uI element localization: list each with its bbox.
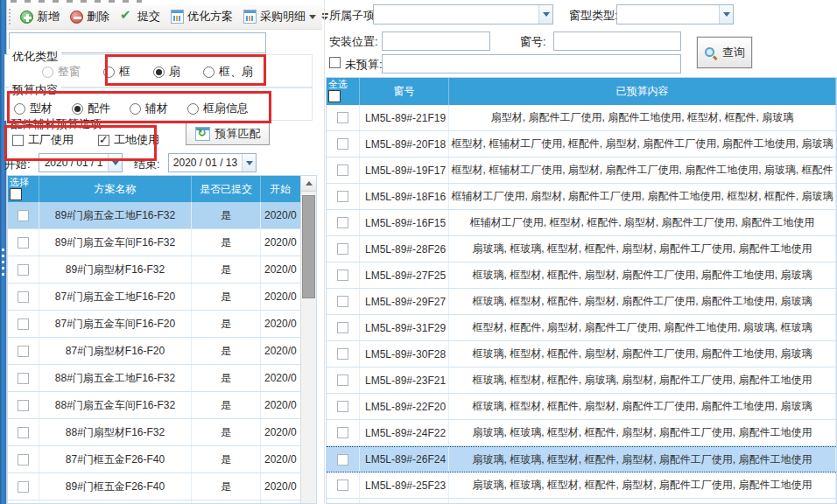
table-row[interactable]: LM5L-89#-29F27 框玻璃, 框型材, 框配件, 扇型材, 扇配件工厂…	[327, 289, 836, 315]
table-row[interactable]: 87#门扇型材F16-F20 是 2020/0	[8, 338, 316, 365]
start-date-picker[interactable]: 2020 / 01 / 1	[39, 153, 123, 172]
row-checkbox[interactable]	[337, 270, 348, 281]
table-row[interactable]: LM5L-89#-19F17 框型材, 框辅材工厂使用, 扇型材, 扇配件工厂使…	[327, 158, 836, 184]
row-checkbox[interactable]	[337, 348, 348, 360]
window-no-column-header[interactable]: 窗号	[360, 78, 449, 105]
row-checkbox[interactable]	[18, 454, 29, 466]
checkbox-option[interactable]: 工地使用	[98, 132, 159, 148]
select-all-checkbox[interactable]	[10, 188, 22, 200]
splitter-handle[interactable]	[2, 248, 4, 278]
radio-option[interactable]: 扇	[153, 64, 180, 80]
row-checkbox[interactable]	[337, 191, 348, 202]
toolbar-grip[interactable]	[9, 9, 11, 24]
radio-option[interactable]: 框扇信息	[187, 101, 249, 116]
toolbar-button[interactable]: 删除	[65, 7, 115, 26]
row-checkbox[interactable]	[18, 291, 29, 303]
row-checkbox[interactable]	[337, 401, 348, 412]
table-row[interactable]: LM5L-89#-27F25 框玻璃, 框型材, 框配件, 扇型材, 扇配件工厂…	[327, 262, 836, 289]
table-row[interactable]: LM5L-89#-23F21 框玻璃, 框型材, 框配件, 扇玻璃, 扇型材, …	[327, 368, 836, 394]
vertical-scrollbar[interactable]	[300, 176, 316, 503]
table-row[interactable]: 87#门框五金F26-F40 是 2020/0	[8, 446, 316, 473]
table-row[interactable]: LM5L-89#-24F22 扇玻璃, 框玻璃, 框型材, 框配件, 扇型材, …	[327, 420, 836, 446]
sub-item-dropdown-button[interactable]	[538, 5, 552, 24]
row-checkbox[interactable]	[18, 400, 29, 411]
table-row[interactable]: 87#门扇五金车间F16-F20 是 2020/0	[8, 311, 316, 338]
toolbar-button[interactable]: 提交	[115, 7, 165, 26]
budget-match-button[interactable]: 预算匹配	[186, 122, 270, 145]
row-checkbox[interactable]	[18, 237, 29, 248]
table-row[interactable]: 89#门扇型材F16-F32 是 2020/0	[8, 256, 316, 284]
table-row[interactable]: LM5L-89#-30F28 框玻璃, 框型材, 框配件, 扇型材, 扇配件工厂…	[327, 341, 836, 368]
row-checkbox[interactable]	[18, 264, 29, 276]
radio-option[interactable]: 辅材	[130, 101, 168, 116]
scrollbar-thumb[interactable]	[302, 195, 315, 298]
table-row[interactable]: LM5L-89#-20F18 框型材, 框辅材工厂使用, 框配件, 扇型材, 扇…	[327, 131, 836, 158]
toolbar-button[interactable]: 采购明细	[238, 7, 321, 26]
row-checkbox[interactable]	[18, 373, 29, 384]
table-row[interactable]: LM5L-89#-28F26 扇玻璃, 框玻璃, 框型材, 框配件, 扇型材, …	[327, 236, 836, 262]
submitted-column-header[interactable]: 是否已提交	[192, 176, 261, 202]
table-row-partial[interactable]	[327, 499, 836, 504]
table-row[interactable]: 88#门扇型材F16-F32 是 2020/0	[8, 419, 316, 446]
toolbar-button[interactable]: 优化方案	[165, 7, 238, 26]
radio-option[interactable]: 配件	[72, 101, 110, 116]
table-row[interactable]: LM5L-89#-16F15 框辅材工厂使用, 框型材, 框配件, 扇型材, 扇…	[327, 210, 836, 236]
row-checkbox[interactable]	[337, 217, 348, 228]
row-checkbox[interactable]	[337, 112, 348, 123]
row-checkbox[interactable]	[337, 322, 348, 333]
start-column-header[interactable]: 开始	[261, 176, 303, 202]
plan-name-column-header[interactable]: 方案名称	[39, 176, 192, 202]
table-row[interactable]: LM5L-89#-18F16 框辅材工厂使用, 扇型材, 扇配件工厂使用, 扇配…	[327, 184, 836, 210]
row-checkbox[interactable]	[337, 164, 348, 176]
start-date-cell: 2020/0	[261, 284, 303, 310]
table-row[interactable]: LM5L-89#-21F19 扇型材, 扇配件工厂使用, 扇配件工地使用, 框型…	[327, 105, 836, 131]
table-row[interactable]: 88#门框五金F21-F40 是 2020/0	[8, 500, 316, 504]
window-no-input[interactable]	[553, 32, 681, 51]
radio-option[interactable]: 框、扇	[203, 64, 253, 80]
table-row[interactable]: LM5L-89#-31F29 框型材, 框配件, 扇型材, 扇配件工厂使用, 扇…	[327, 315, 836, 341]
row-checkbox[interactable]	[337, 243, 348, 255]
row-checkbox[interactable]	[18, 481, 29, 493]
radio-label: 整窗	[58, 64, 81, 80]
budgeted-content-column-header[interactable]: 已预算内容	[449, 78, 836, 105]
table-row[interactable]: LM5L-89#-26F24 扇玻璃, 框玻璃, 框型材, 框配件, 扇型材, …	[327, 446, 836, 472]
window-type-dropdown-button[interactable]	[719, 5, 733, 24]
select-all-checkbox[interactable]	[328, 90, 341, 102]
table-row[interactable]: LM5L-89#-25F23 扇玻璃, 框玻璃, 框型材, 框配件, 扇型材, …	[327, 472, 836, 499]
row-checkbox[interactable]	[337, 138, 348, 150]
table-row[interactable]: LM5L-89#-22F20 框玻璃, 框型材, 框配件, 扇型材, 扇配件工厂…	[327, 394, 836, 420]
table-row[interactable]: 88#门扇五金车间F16-F32 是 2020/0	[8, 392, 316, 419]
table-row[interactable]: 89#门扇五金工地F16-F32 是 2020/0	[8, 202, 316, 229]
toolbar-overflow-button[interactable]	[321, 7, 328, 26]
sub-item-combobox[interactable]	[373, 4, 553, 24]
end-date-picker[interactable]: 2020 / 01 / 13	[168, 153, 257, 172]
row-checkbox[interactable]	[337, 427, 348, 438]
table-row[interactable]: 88#门扇五金工地F16-F32 是 2020/0	[8, 365, 316, 392]
toolbar-button[interactable]: 新增	[15, 7, 65, 26]
radio-option[interactable]: 框	[103, 64, 130, 80]
start-date-dropdown-button[interactable]	[108, 154, 122, 172]
row-checkbox[interactable]	[337, 454, 348, 466]
row-checkbox[interactable]	[18, 346, 29, 357]
checkbox-option[interactable]: 工厂使用	[12, 132, 74, 148]
end-date-dropdown-button[interactable]	[242, 154, 256, 172]
row-checkbox[interactable]	[337, 480, 348, 491]
checkbox-icon	[12, 135, 24, 146]
no-budget-input[interactable]	[382, 54, 681, 74]
scroll-up-button[interactable]	[301, 176, 316, 192]
radio-option[interactable]: 整窗	[42, 64, 81, 80]
install-position-input[interactable]	[382, 32, 490, 51]
row-checkbox[interactable]	[18, 318, 29, 330]
row-checkbox[interactable]	[337, 296, 348, 307]
radio-option[interactable]: 型材	[14, 101, 53, 116]
row-checkbox[interactable]	[337, 374, 348, 386]
table-row[interactable]: 89#门扇五金车间F16-F32 是 2020/0	[8, 229, 316, 256]
submitted-cell: 是	[192, 229, 261, 256]
table-row[interactable]: 87#门扇五金工地F16-F20 是 2020/0	[8, 284, 316, 311]
query-button[interactable]: 查询	[697, 37, 752, 68]
window-type-combobox[interactable]	[616, 4, 734, 24]
row-checkbox[interactable]	[18, 427, 29, 438]
table-row[interactable]: 89#门框五金F26-F40 是 2020/0	[8, 473, 316, 500]
no-budget-checkbox[interactable]	[329, 57, 341, 68]
row-checkbox[interactable]	[18, 210, 29, 221]
